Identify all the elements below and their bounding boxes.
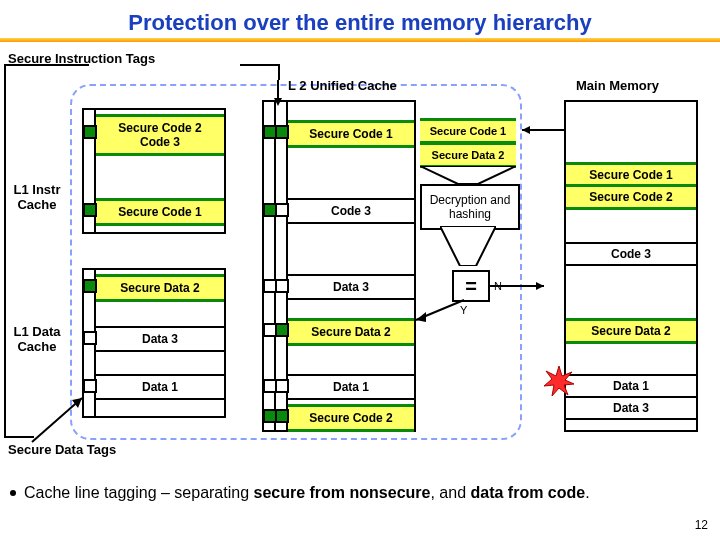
sit-top-right bbox=[240, 64, 280, 66]
l2-t2b bbox=[275, 203, 289, 217]
mm-data1: Data 1 bbox=[566, 374, 696, 398]
label-main-memory: Main Memory bbox=[576, 78, 659, 93]
main-memory: Secure Code 1 Secure Code 2 Code 3 Secur… bbox=[564, 100, 698, 432]
l1d-row0: Secure Data 2 bbox=[96, 274, 224, 302]
l2-row-data1: Data 1 bbox=[288, 374, 414, 400]
arrow-y bbox=[414, 300, 464, 324]
funnel-icon-2 bbox=[440, 226, 496, 266]
onchip-label-sd2: Secure Data 2 bbox=[420, 142, 516, 168]
l2-row-sd2: Secure Data 2 bbox=[288, 318, 414, 346]
slide-number: 12 bbox=[695, 518, 708, 532]
bullet-dot-icon bbox=[10, 490, 16, 496]
mm-data3: Data 3 bbox=[566, 396, 696, 420]
l1-data-cache: Secure Data 2 Data 3 Data 1 bbox=[82, 268, 226, 418]
sit-right-drop bbox=[278, 64, 280, 80]
label-l1-data: L1 Data Cache bbox=[6, 324, 68, 354]
mm-sc2: Secure Code 2 bbox=[566, 184, 696, 210]
l1d-row1: Data 3 bbox=[96, 326, 224, 352]
l1i-row0-line2: Code 3 bbox=[140, 135, 180, 149]
svg-marker-8 bbox=[522, 126, 530, 134]
l1d-tag0 bbox=[83, 279, 97, 293]
sdt-arrow bbox=[32, 394, 88, 442]
l2-t1b bbox=[275, 125, 289, 139]
mm-sd2: Secure Data 2 bbox=[566, 318, 696, 344]
compare-box: = bbox=[452, 270, 490, 302]
bullet-pre: Cache line tagging – separating bbox=[24, 484, 254, 501]
diagram-stage: Secure Instruction Tags L1 Instr Cache L… bbox=[0, 42, 720, 462]
l1i-row1: Secure Code 1 bbox=[96, 198, 224, 226]
arrow-mm-to-chip bbox=[518, 126, 564, 136]
sit-left bbox=[4, 64, 6, 436]
bullet-post: . bbox=[585, 484, 589, 501]
l2-t6b bbox=[275, 409, 289, 423]
l1i-row0: Secure Code 2 Code 3 bbox=[96, 114, 224, 156]
svg-marker-1 bbox=[440, 226, 496, 266]
l2-row-sc1: Secure Code 1 bbox=[288, 120, 414, 148]
l2-t5b bbox=[275, 379, 289, 393]
svg-marker-3 bbox=[416, 312, 426, 322]
l1i-tag1 bbox=[83, 203, 97, 217]
sit-bottom bbox=[4, 436, 34, 438]
l2-row-sc2: Secure Code 2 bbox=[288, 404, 414, 432]
svg-marker-6 bbox=[544, 366, 574, 396]
bullet-b2: data from code bbox=[470, 484, 585, 501]
decryption-box: Decryption and hashing bbox=[420, 184, 520, 230]
svg-marker-0 bbox=[420, 166, 516, 184]
l2-t3b bbox=[275, 279, 289, 293]
onchip-label-sc1: Secure Code 1 bbox=[420, 118, 516, 144]
l1i-tag0 bbox=[83, 125, 97, 139]
funnel-icon bbox=[420, 166, 516, 184]
svg-marker-12 bbox=[274, 98, 282, 106]
l2-row-code3: Code 3 bbox=[288, 198, 414, 224]
l1d-tag2 bbox=[83, 379, 97, 393]
sit-top-left bbox=[4, 64, 89, 66]
arrow-n bbox=[488, 282, 548, 298]
l2-t4b bbox=[275, 323, 289, 337]
label-l1-instr: L1 Instr Cache bbox=[6, 182, 68, 212]
bullet-b1: secure from nonsecure bbox=[254, 484, 431, 501]
svg-marker-5 bbox=[536, 282, 544, 290]
l1d-tag1 bbox=[83, 331, 97, 345]
l2-row-data3: Data 3 bbox=[288, 274, 414, 300]
svg-line-9 bbox=[32, 398, 82, 442]
starburst-icon bbox=[544, 366, 574, 396]
l1-instr-cache: Secure Code 2 Code 3 Secure Code 1 bbox=[82, 108, 226, 234]
l1i-row0-line1: Secure Code 2 bbox=[118, 121, 201, 135]
l1d-row2: Data 1 bbox=[96, 374, 224, 400]
bullet-mid: , and bbox=[430, 484, 470, 501]
slide-title: Protection over the entire memory hierar… bbox=[0, 0, 720, 38]
bullet-text: Cache line tagging – separating secure f… bbox=[24, 484, 700, 502]
sit-arrow bbox=[272, 80, 284, 108]
label-sdt: Secure Data Tags bbox=[8, 442, 116, 457]
label-l2: L 2 Unified Cache bbox=[288, 78, 397, 93]
mm-code3: Code 3 bbox=[566, 242, 696, 266]
l2-cache: Secure Code 1 Code 3 Data 3 Secure Data … bbox=[262, 100, 416, 432]
